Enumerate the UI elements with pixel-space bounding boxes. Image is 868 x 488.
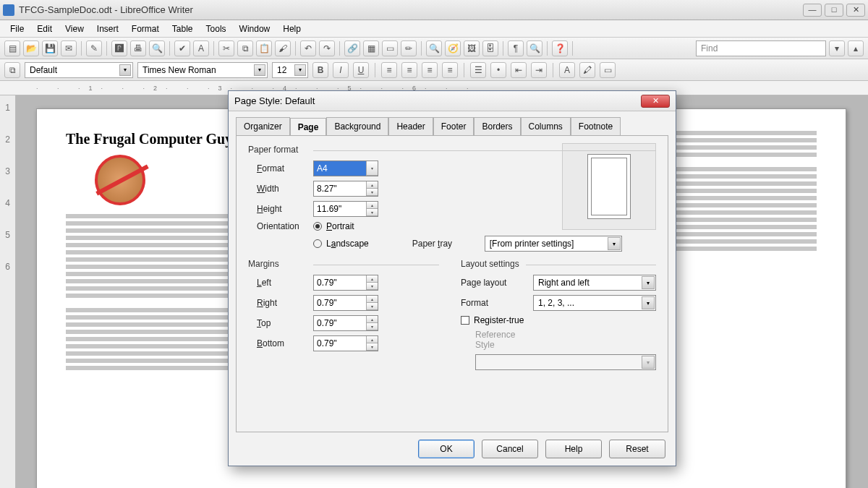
- page-style-dialog: Page Style: Default ✕ Organizer Page Bac…: [228, 90, 676, 466]
- margin-right-label: Right: [248, 298, 313, 308]
- dialog-titlebar[interactable]: Page Style: Default ✕: [229, 91, 676, 111]
- menu-format[interactable]: Format: [126, 22, 165, 35]
- paste-button[interactable]: 📋: [256, 40, 272, 56]
- tab-footnote[interactable]: Footnote: [571, 117, 621, 135]
- numbered-list-button[interactable]: ☰: [470, 62, 486, 78]
- open-button[interactable]: 📂: [23, 40, 39, 56]
- menu-insert[interactable]: Insert: [91, 22, 124, 35]
- menu-window[interactable]: Window: [234, 22, 276, 35]
- undo-button[interactable]: ↶: [300, 40, 316, 56]
- margin-top-input[interactable]: 0.79"▴▾: [313, 315, 378, 331]
- align-center-button[interactable]: ≡: [401, 62, 417, 78]
- margin-bottom-label: Bottom: [248, 338, 313, 348]
- email-button[interactable]: ✉: [61, 40, 77, 56]
- navigator-button[interactable]: 🧭: [445, 40, 461, 56]
- menu-file[interactable]: File: [4, 22, 30, 35]
- document-icon: [3, 4, 14, 16]
- redo-button[interactable]: ↷: [319, 40, 335, 56]
- document-logo-image: [95, 155, 145, 205]
- spellcheck-button[interactable]: ✔: [174, 40, 190, 56]
- page-layout-dropdown[interactable]: Right and left▾: [533, 275, 656, 291]
- dialog-title: Page Style: Default: [234, 95, 641, 106]
- styles-button[interactable]: ⧉: [4, 62, 20, 78]
- font-color-button[interactable]: A: [559, 62, 575, 78]
- tab-organizer[interactable]: Organizer: [236, 117, 290, 135]
- ok-button[interactable]: OK: [418, 440, 475, 458]
- window-title: TFCG-SampleDoc.odt - LibreOffice Writer: [19, 4, 800, 15]
- increase-indent-button[interactable]: ⇥: [531, 62, 547, 78]
- orientation-landscape-radio[interactable]: [313, 239, 322, 248]
- find-toolbar-input[interactable]: Find: [696, 40, 826, 56]
- help-button[interactable]: ❓: [552, 40, 568, 56]
- cut-button[interactable]: ✂: [218, 40, 234, 56]
- print-button[interactable]: 🖶: [130, 40, 146, 56]
- decrease-indent-button[interactable]: ⇤: [511, 62, 527, 78]
- align-justify-button[interactable]: ≡: [442, 62, 458, 78]
- menu-edit[interactable]: Edit: [31, 22, 58, 35]
- underline-button[interactable]: U: [353, 62, 369, 78]
- page-layout-label: Page layout: [461, 278, 533, 288]
- bold-button[interactable]: B: [312, 62, 328, 78]
- paragraph-style-combo[interactable]: Default▾: [25, 62, 133, 78]
- margin-bottom-input[interactable]: 0.79"▴▾: [313, 335, 378, 351]
- highlight-button[interactable]: 🖍: [579, 62, 595, 78]
- font-size-combo[interactable]: 12▾: [272, 62, 308, 78]
- background-color-button[interactable]: ▭: [600, 62, 616, 78]
- tab-borders[interactable]: Borders: [474, 117, 520, 135]
- orientation-portrait-radio[interactable]: [313, 222, 322, 231]
- find-prev-button[interactable]: ▴: [848, 40, 864, 56]
- datasources-button[interactable]: 🗄: [482, 40, 498, 56]
- landscape-label: Landscape: [326, 239, 369, 249]
- bullet-list-button[interactable]: •: [490, 62, 506, 78]
- tab-header[interactable]: Header: [388, 117, 433, 135]
- main-toolbar: ▤ 📂 💾 ✉ ✎ 🅿 🖶 🔍 ✔ A ✂ ⧉ 📋 🖌 ↶ ↷ 🔗 ▦ ▭ ✏ …: [0, 38, 868, 59]
- margin-left-input[interactable]: 0.79"▴▾: [313, 275, 378, 291]
- menu-help[interactable]: Help: [277, 22, 307, 35]
- align-right-button[interactable]: ≡: [422, 62, 438, 78]
- tab-background[interactable]: Background: [326, 117, 388, 135]
- height-input[interactable]: 11.69" ▴▾: [313, 201, 378, 217]
- cancel-button[interactable]: Cancel: [482, 440, 538, 458]
- preview-button[interactable]: 🔍: [149, 40, 165, 56]
- presentation-button[interactable]: ▭: [382, 40, 398, 56]
- tab-page[interactable]: Page: [290, 118, 327, 136]
- format-paint-button[interactable]: 🖌: [275, 40, 291, 56]
- margin-right-input[interactable]: 0.79"▴▾: [313, 295, 378, 311]
- save-button[interactable]: 💾: [42, 40, 58, 56]
- gallery-button[interactable]: 🖼: [464, 40, 480, 56]
- tab-footer[interactable]: Footer: [433, 117, 475, 135]
- table-button[interactable]: ▦: [363, 40, 379, 56]
- zoom-button[interactable]: 🔍: [527, 40, 542, 56]
- find-next-button[interactable]: ▾: [829, 40, 845, 56]
- menu-table[interactable]: Table: [166, 22, 199, 35]
- close-button[interactable]: ✕: [846, 4, 865, 17]
- menu-tools[interactable]: Tools: [200, 22, 232, 35]
- nonprinting-button[interactable]: ¶: [508, 40, 524, 56]
- layout-format-dropdown[interactable]: 1, 2, 3, ...▾: [533, 295, 656, 311]
- drawing-button[interactable]: ✏: [401, 40, 417, 56]
- dialog-close-button[interactable]: ✕: [641, 95, 670, 108]
- hyperlink-button[interactable]: 🔗: [344, 40, 360, 56]
- minimize-button[interactable]: —: [803, 4, 822, 17]
- autospell-button[interactable]: A: [193, 40, 209, 56]
- align-left-button[interactable]: ≡: [381, 62, 397, 78]
- new-doc-button[interactable]: ▤: [4, 40, 20, 56]
- menu-view[interactable]: View: [59, 22, 90, 35]
- italic-button[interactable]: I: [333, 62, 349, 78]
- edit-doc-button[interactable]: ✎: [86, 40, 102, 56]
- format-dropdown[interactable]: A4 ▾: [313, 160, 378, 176]
- reset-button[interactable]: Reset: [609, 440, 665, 458]
- width-label: Width: [248, 184, 313, 194]
- font-name-combo[interactable]: Times New Roman▾: [137, 62, 268, 78]
- width-input[interactable]: 8.27" ▴▾: [313, 181, 378, 197]
- paper-tray-label: Paper tray: [412, 239, 485, 249]
- paper-tray-dropdown[interactable]: [From printer settings]▾: [485, 236, 622, 252]
- register-true-checkbox[interactable]: [461, 316, 469, 325]
- export-pdf-button[interactable]: 🅿: [111, 40, 127, 56]
- find-button[interactable]: 🔍: [426, 40, 442, 56]
- copy-button[interactable]: ⧉: [237, 40, 253, 56]
- help-dialog-button[interactable]: Help: [545, 440, 602, 458]
- tab-columns[interactable]: Columns: [521, 117, 571, 135]
- maximize-button[interactable]: □: [825, 4, 843, 17]
- portrait-label: Portrait: [326, 221, 354, 231]
